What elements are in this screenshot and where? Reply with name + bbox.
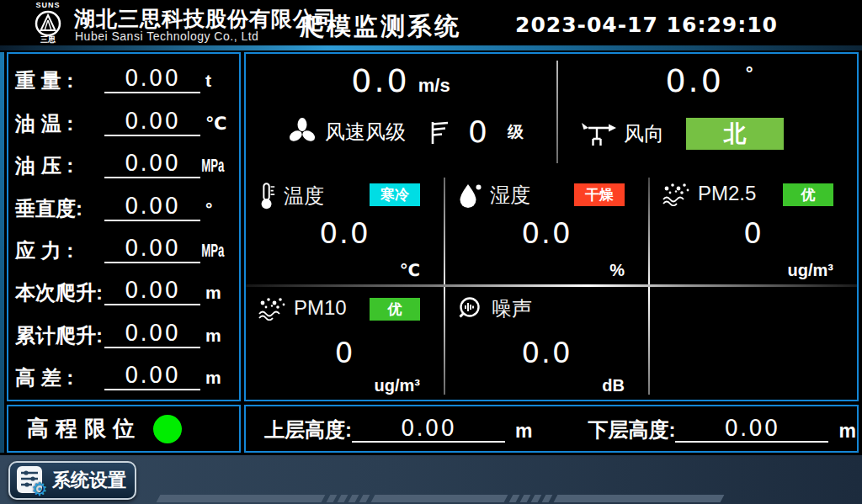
pm25-unit: ug/m³ xyxy=(788,261,833,280)
measure-label: 累计爬升: xyxy=(15,323,104,348)
wind-direction-row: 风向 北 xyxy=(580,118,784,150)
bottom-decoration-stripes xyxy=(157,495,725,502)
sensor-head: 噪声 xyxy=(457,295,532,322)
measure-row-weight: 重 量 : 0.00 t xyxy=(15,57,232,99)
gear-icon: ⚙ xyxy=(31,480,48,499)
pm10-status-badge: 优 xyxy=(370,298,420,321)
wind-direction-readout: 0.0° xyxy=(558,62,860,99)
wind-speed-unit: m/s xyxy=(418,75,450,96)
droplet-icon xyxy=(457,181,482,210)
upper-height-value: 0.00 xyxy=(352,416,505,443)
sensor-grid: 温度 寒冷 0.0 ℃ 湿度 干燥 0.0 % xyxy=(246,172,857,400)
wind-direction-label: 风向 xyxy=(624,120,664,147)
measure-value: 0.00 xyxy=(104,65,200,93)
measure-unit: ° xyxy=(200,196,232,221)
lower-height-value: 0.00 xyxy=(675,416,828,443)
monitoring-screen: SUNS 三思 湖北三思科技股份有限公司 Hubei Sansi Technol… xyxy=(0,0,862,504)
wind-level-readout: 风速风级 0 级 xyxy=(286,114,524,149)
measure-label: 应 力 : xyxy=(15,238,104,263)
elevation-limit-status-light xyxy=(153,415,182,443)
settings-button-label: 系统设置 xyxy=(52,468,126,493)
sensor-name: PM10 xyxy=(294,296,347,320)
measure-unit: ℃ xyxy=(200,111,232,136)
elevation-limit-panel: 高程限位 xyxy=(7,405,241,453)
measure-value: 0.00 xyxy=(104,193,200,221)
sensor-cell-temperature: 温度 寒冷 0.0 ℃ xyxy=(246,172,444,284)
wind-speed-value: 0.0 xyxy=(351,62,409,99)
measure-row-total-climb: 累计爬升: 0.00 m xyxy=(15,311,232,353)
thermometer-icon xyxy=(258,181,276,211)
pm10-unit: ug/m³ xyxy=(375,376,420,395)
measure-unit: MPa xyxy=(200,153,220,178)
measure-row-oil-temp: 油 温 : 0.00 ℃ xyxy=(15,99,232,141)
sansi-logo-icon xyxy=(32,9,64,38)
temperature-value: 0.0 xyxy=(246,216,444,250)
wind-speed-section: 0.0m/s 风速风级 0 级 xyxy=(246,54,556,172)
wind-direction-value: 0.0 xyxy=(665,62,723,99)
sensor-cell-pm10: PM10 优 0 ug/m³ xyxy=(246,287,444,400)
sensor-name: 湿度 xyxy=(490,182,530,209)
wind-speed-label: 风速风级 xyxy=(325,119,406,146)
measure-unit: MPa xyxy=(200,238,220,263)
wind-level-unit: 级 xyxy=(508,121,524,143)
lower-height-label: 下层高度: xyxy=(588,417,675,443)
noise-value: 0.0 xyxy=(445,336,648,369)
settings-sliders-gear-icon: ⚙ xyxy=(17,466,45,495)
wind-level-flag-icon xyxy=(428,119,450,146)
header: SUNS 三思 湖北三思科技股份有限公司 Hubei Sansi Technol… xyxy=(0,0,862,45)
measure-value: 0.00 xyxy=(104,235,200,263)
pm25-value: 0 xyxy=(650,216,857,250)
upper-height-label: 上层高度: xyxy=(264,417,352,443)
upper-height-group: 上层高度: 0.00 m xyxy=(264,416,532,443)
fan-icon xyxy=(286,116,318,148)
datetime-display: 2023-04-17 16:29:10 xyxy=(515,13,778,37)
sensor-name: PM2.5 xyxy=(698,182,756,205)
measure-value: 0.00 xyxy=(104,150,200,178)
measurement-panel: 重 量 : 0.00 t 油 温 : 0.00 ℃ 油 压 : 0.00 MPa… xyxy=(7,52,241,401)
left-edge-stripe xyxy=(0,52,4,453)
measure-unit: m xyxy=(200,323,232,348)
system-settings-button[interactable]: ⚙ 系统设置 xyxy=(8,461,136,500)
logo-text-top: SUNS xyxy=(29,1,67,9)
measure-label: 油 温 : xyxy=(15,111,104,136)
measure-value: 0.00 xyxy=(104,277,200,305)
measure-row-verticality: 垂直度: 0.00 ° xyxy=(15,184,232,226)
heights-panel: 上层高度: 0.00 m 下层高度: 0.00 m xyxy=(244,405,859,453)
measure-row-height-diff: 高 差 : 0.00 m xyxy=(15,354,232,396)
sensor-cell-empty xyxy=(650,287,857,400)
upper-height-unit: m xyxy=(515,419,532,443)
wind-direction-section: 0.0° 风向 北 xyxy=(558,54,860,172)
measure-unit: m xyxy=(200,280,232,305)
noise-unit: dB xyxy=(602,376,625,395)
wind-direction-unit: ° xyxy=(746,63,753,84)
sensor-name: 温度 xyxy=(284,183,324,210)
environment-panel: 0.0m/s 风速风级 0 级 xyxy=(244,52,859,401)
lower-height-group: 下层高度: 0.00 m xyxy=(588,416,855,443)
bottom-bar: ⚙ 系统设置 xyxy=(0,455,862,504)
humidity-status-badge: 干燥 xyxy=(574,183,625,206)
sensor-cell-noise: 噪声 0.0 dB xyxy=(445,287,648,400)
temperature-status-badge: 寒冷 xyxy=(370,183,420,206)
measure-label: 高 差 : xyxy=(15,365,104,390)
elevation-limit-label: 高程限位 xyxy=(27,414,141,443)
particles-icon xyxy=(258,295,286,321)
wind-direction-badge[interactable]: 北 xyxy=(686,118,784,150)
measure-value: 0.00 xyxy=(104,362,200,390)
header-divider xyxy=(0,45,862,50)
measure-value: 0.00 xyxy=(104,108,200,136)
measure-unit: t xyxy=(200,68,232,93)
pm10-value: 0 xyxy=(246,336,444,369)
measure-label: 重 量 : xyxy=(15,68,104,93)
measure-row-stress: 应 力 : 0.00 MPa xyxy=(15,227,232,269)
sensor-head: 温度 xyxy=(258,181,324,211)
measure-row-oil-pressure: 油 压 : 0.00 MPa xyxy=(15,142,232,184)
particles-icon xyxy=(662,181,690,206)
wind-speed-readout: 0.0m/s xyxy=(246,62,556,99)
logo-text-bottom: 三思 xyxy=(29,36,67,44)
wind-level-value: 0 xyxy=(468,114,487,149)
measure-label: 垂直度: xyxy=(15,196,104,221)
company-name-en: Hubei Sansi Technology Co., Ltd xyxy=(75,29,258,43)
humidity-unit: % xyxy=(609,261,625,280)
sensor-cell-humidity: 湿度 干燥 0.0 % xyxy=(445,172,648,284)
temperature-unit: ℃ xyxy=(400,260,420,280)
